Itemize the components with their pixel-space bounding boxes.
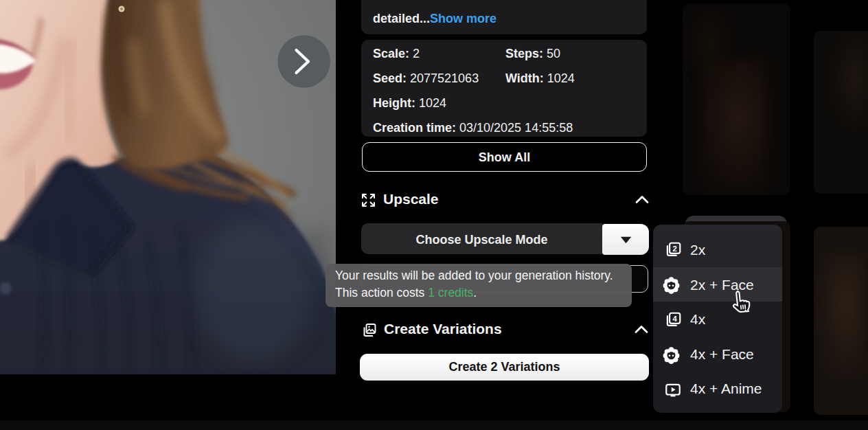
svg-text:2: 2 <box>673 245 677 253</box>
svg-text:4: 4 <box>673 315 678 323</box>
